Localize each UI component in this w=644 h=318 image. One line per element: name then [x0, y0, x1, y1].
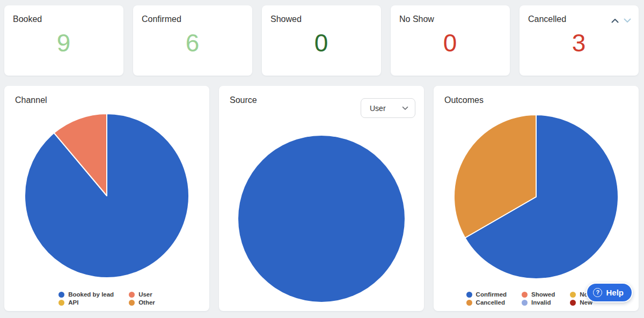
stat-label-showed: Showed — [270, 14, 372, 24]
stat-label-confirmed: Confirmed — [142, 14, 244, 24]
source-filter-value: User — [370, 104, 386, 113]
legend-label: Booked by lead — [68, 291, 114, 298]
legend-item[interactable]: Cancelled — [466, 299, 507, 306]
legend-label: User — [138, 291, 152, 298]
stat-value-confirmed: 6 — [142, 29, 244, 57]
legend-label: Cancelled — [476, 299, 505, 306]
channel-chart-card: Channel Booked by leadUserAPIOther — [4, 86, 209, 311]
stat-label-no-show: No Show — [399, 14, 501, 24]
chevron-down-icon[interactable] — [624, 18, 631, 23]
stat-card-cancelled: Cancelled 3 — [519, 5, 639, 76]
channel-legend: Booked by leadUserAPIOther — [4, 291, 209, 306]
legend-color-dot — [58, 300, 64, 306]
legend-color-dot — [570, 300, 576, 306]
outcomes-chart-card: Outcomes ConfirmedShowedNo ShowCancelled… — [434, 86, 639, 311]
legend-item[interactable]: Booked by lead — [58, 291, 114, 298]
legend-item[interactable]: Other — [129, 299, 155, 306]
question-circle-icon: ? — [593, 288, 602, 297]
legend-color-dot — [129, 292, 135, 298]
outcomes-pie-chart — [453, 114, 619, 280]
legend-label: Other — [138, 299, 155, 306]
legend-label: API — [68, 299, 78, 306]
legend-item[interactable]: Confirmed — [466, 291, 507, 298]
stat-label-booked: Booked — [13, 14, 115, 24]
legend-color-dot — [522, 300, 528, 306]
card-sort-controls — [611, 18, 631, 23]
legend-label: Showed — [531, 291, 555, 298]
legend-item[interactable]: Showed — [522, 291, 555, 298]
chevron-down-icon — [402, 106, 408, 110]
legend-item[interactable]: API — [58, 299, 114, 306]
legend-color-dot — [58, 292, 64, 298]
legend-label: Invalid — [531, 299, 551, 306]
legend-item[interactable]: Invalid — [522, 299, 555, 306]
legend-color-dot — [129, 300, 135, 306]
legend-color-dot — [570, 292, 576, 298]
help-button-label: Help — [606, 288, 624, 297]
stat-value-cancelled: 3 — [528, 29, 630, 57]
pie-slice — [238, 136, 405, 302]
stat-card-booked: Booked 9 — [4, 5, 123, 76]
help-button[interactable]: ? Help — [586, 283, 633, 302]
channel-chart-title: Channel — [15, 95, 199, 105]
stat-card-no-show: No Show 0 — [391, 5, 510, 76]
stat-card-showed: Showed 0 — [262, 5, 381, 76]
legend-color-dot — [522, 292, 528, 298]
stat-value-showed: 0 — [270, 29, 372, 57]
source-filter-dropdown[interactable]: User — [361, 98, 415, 118]
outcomes-chart-title: Outcomes — [444, 95, 628, 105]
source-pie-chart — [237, 135, 406, 303]
charts-row: Channel Booked by leadUserAPIOther Sourc… — [4, 86, 639, 311]
stat-value-booked: 9 — [13, 29, 115, 57]
source-chart-card: Source User — [219, 86, 424, 311]
chevron-up-icon[interactable] — [611, 18, 619, 23]
legend-label: Confirmed — [476, 291, 507, 298]
legend-color-dot — [466, 292, 472, 298]
channel-pie-chart — [24, 113, 190, 279]
appointments-dashboard: Booked 9 Confirmed 6 Showed 0 No Show 0 … — [0, 0, 644, 318]
legend-item[interactable]: User — [129, 291, 155, 298]
legend-color-dot — [466, 300, 472, 306]
stats-row: Booked 9 Confirmed 6 Showed 0 No Show 0 … — [4, 5, 639, 76]
stat-card-confirmed: Confirmed 6 — [133, 5, 252, 76]
stat-value-no-show: 0 — [399, 29, 501, 57]
